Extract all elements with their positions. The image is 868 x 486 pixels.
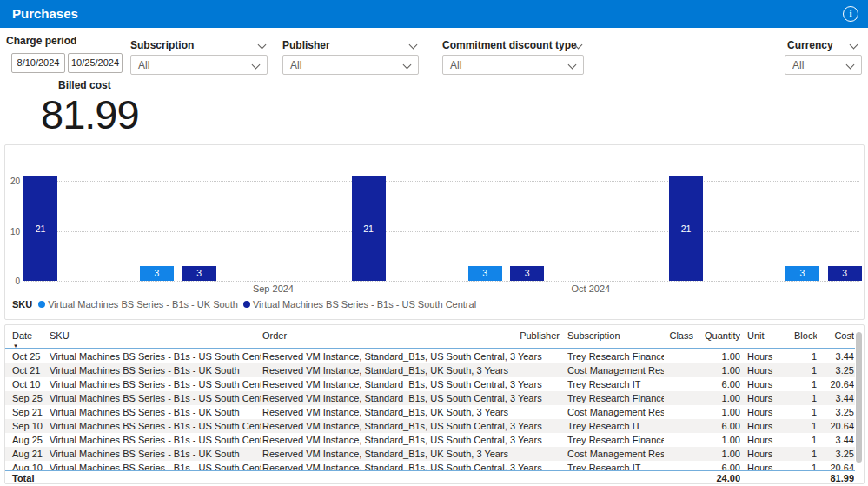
table-cell: Virtual Machines BS Series - B1s - US So… bbox=[47, 419, 261, 433]
commitment-discount-type-dropdown[interactable]: All bbox=[442, 55, 584, 75]
table-cell: Reserved VM Instance, Standard_B1s, US S… bbox=[261, 350, 504, 363]
vertical-scrollbar-thumb[interactable] bbox=[856, 332, 862, 463]
table-cell bbox=[740, 472, 794, 484]
column-header-subscription[interactable]: Subscription bbox=[560, 325, 664, 348]
table-row[interactable]: Aug 21Virtual Machines BS Series - B1s -… bbox=[5, 447, 855, 461]
billed-cost-value: 81.99 bbox=[41, 90, 139, 138]
table-cell bbox=[664, 447, 693, 461]
chart-bar[interactable]: 3 bbox=[510, 266, 544, 281]
table-row[interactable]: Oct 25Virtual Machines BS Series - B1s -… bbox=[5, 350, 855, 363]
table-cell: Trey Research IT bbox=[560, 377, 664, 391]
charge-period-label: Charge period bbox=[6, 35, 76, 47]
column-header-publisher[interactable]: Publisher bbox=[504, 325, 560, 348]
chevron-down-icon[interactable] bbox=[258, 41, 267, 50]
table-cell bbox=[504, 433, 560, 447]
table-cell: Aug 21 bbox=[5, 447, 47, 461]
legend-dot-icon bbox=[38, 301, 45, 308]
currency-dropdown-value: All bbox=[792, 59, 804, 71]
table-row[interactable]: Oct 10Virtual Machines BS Series - B1s -… bbox=[5, 377, 855, 391]
bar-value-label: 3 bbox=[482, 268, 487, 278]
table-cell: Cost Management Rese... bbox=[560, 363, 664, 377]
app-header: Purchases i bbox=[0, 0, 868, 28]
chart-bar[interactable]: 3 bbox=[785, 266, 819, 281]
y-axis-tick: 0 bbox=[5, 276, 20, 286]
table-cell: 1.00 bbox=[693, 350, 740, 363]
publisher-dropdown[interactable]: All bbox=[282, 55, 419, 75]
table-row[interactable]: Sep 21Virtual Machines BS Series - B1s -… bbox=[5, 405, 855, 419]
table-cell: Trey Research Finance bbox=[560, 391, 664, 405]
table-cell: 24.00 bbox=[693, 472, 740, 484]
table-body: Oct 25Virtual Machines BS Series - B1s -… bbox=[5, 350, 855, 471]
table-cell: Reserved VM Instance, Standard_B1s, UK S… bbox=[261, 447, 504, 461]
table-row[interactable]: Oct 21Virtual Machines BS Series - B1s -… bbox=[5, 363, 855, 377]
chevron-down-icon bbox=[568, 61, 577, 70]
subscription-filter-label: Subscription bbox=[130, 39, 194, 51]
bar-value-label: 3 bbox=[800, 268, 805, 278]
table-cell: Trey Research IT bbox=[560, 461, 664, 471]
chevron-down-icon[interactable] bbox=[850, 41, 858, 50]
subscription-dropdown[interactable]: All bbox=[130, 55, 268, 75]
chart-bar[interactable]: 3 bbox=[468, 266, 502, 281]
table-cell: Virtual Machines BS Series - B1s - US So… bbox=[47, 377, 261, 391]
table-cell: Hours bbox=[740, 377, 794, 391]
column-header-unit[interactable]: Unit bbox=[740, 325, 794, 348]
table-cell bbox=[47, 472, 261, 484]
table-cell: Cost Management Rese... bbox=[560, 405, 664, 419]
table-row[interactable]: Aug 25Virtual Machines BS Series - B1s -… bbox=[5, 433, 855, 447]
table-cell: Hours bbox=[740, 433, 794, 447]
table-cell bbox=[664, 405, 693, 419]
column-header-block-size[interactable]: Block size bbox=[794, 325, 817, 348]
table-cell: 20.64 bbox=[817, 377, 854, 391]
chart-bar[interactable]: 3 bbox=[140, 266, 174, 281]
table-cell: 3.25 bbox=[817, 447, 854, 461]
column-header-cost[interactable]: Cost bbox=[817, 325, 854, 348]
end-date-input[interactable]: 10/25/2024 bbox=[68, 53, 123, 73]
chart-bar[interactable]: 3 bbox=[828, 266, 862, 281]
start-date-input[interactable]: 8/10/2024 bbox=[11, 53, 65, 73]
purchases-report: Purchases i Charge period 8/10/2024 10/2… bbox=[0, 0, 868, 486]
table-row[interactable]: Aug 10Virtual Machines BS Series - B1s -… bbox=[5, 461, 855, 471]
table-header-row: Date▼SKUOrderPublisherSubscriptionClassQ… bbox=[5, 325, 855, 349]
chart-bar[interactable]: 3 bbox=[182, 266, 216, 281]
table-cell: 81.99 bbox=[817, 472, 854, 484]
table-cell: 1 bbox=[794, 461, 817, 471]
table-cell: Sep 10 bbox=[5, 419, 47, 433]
table-row[interactable]: Sep 10Virtual Machines BS Series - B1s -… bbox=[5, 419, 855, 433]
chart-bar[interactable]: 21 bbox=[669, 176, 703, 281]
table-cell: Hours bbox=[740, 405, 794, 419]
legend-title: SKU bbox=[12, 299, 32, 310]
table-cell bbox=[504, 350, 560, 363]
legend-item-us-south-central[interactable]: Virtual Machines BS Series - B1s - US So… bbox=[243, 299, 476, 310]
table-cell: 1 bbox=[794, 391, 817, 405]
table-cell bbox=[664, 433, 693, 447]
table-cell: Hours bbox=[740, 461, 794, 471]
x-axis-label: Sep 2024 bbox=[234, 283, 312, 294]
column-header-class[interactable]: Class bbox=[664, 325, 693, 348]
table-cell: Virtual Machines BS Series - B1s - US So… bbox=[47, 350, 261, 363]
table-cell: Reserved VM Instance, Standard_B1s, US S… bbox=[261, 419, 504, 433]
table-cell bbox=[504, 363, 560, 377]
chart-bar[interactable]: 21 bbox=[23, 176, 57, 281]
column-header-sku[interactable]: SKU bbox=[47, 325, 261, 348]
table-cell: Reserved VM Instance, Standard_B1s, US S… bbox=[261, 377, 504, 391]
chart-bar[interactable]: 21 bbox=[352, 176, 386, 281]
table-row[interactable]: Sep 25Virtual Machines BS Series - B1s -… bbox=[5, 391, 855, 405]
table-cell: 1.00 bbox=[693, 363, 740, 377]
column-header-date[interactable]: Date▼ bbox=[5, 325, 47, 348]
y-axis-tick: 20 bbox=[5, 176, 20, 186]
column-header-order[interactable]: Order bbox=[261, 325, 504, 348]
legend-item-uk-south[interactable]: Virtual Machines BS Series - B1s - UK So… bbox=[38, 299, 238, 310]
currency-dropdown[interactable]: All bbox=[785, 55, 862, 75]
table-cell bbox=[504, 391, 560, 405]
chevron-down-icon bbox=[846, 61, 855, 70]
bar-value-label: 3 bbox=[196, 268, 202, 278]
table-cell: 1 bbox=[794, 447, 817, 461]
gridline bbox=[23, 231, 859, 232]
table-cell bbox=[504, 419, 560, 433]
table-cell: Hours bbox=[740, 447, 794, 461]
chevron-down-icon[interactable] bbox=[409, 41, 418, 50]
commitment-discount-type-label: Commitment discount type bbox=[442, 39, 577, 51]
table-cell: Virtual Machines BS Series - B1s - US So… bbox=[47, 391, 261, 405]
info-icon[interactable]: i bbox=[843, 6, 858, 22]
column-header-quantity[interactable]: Quantity bbox=[693, 325, 740, 348]
